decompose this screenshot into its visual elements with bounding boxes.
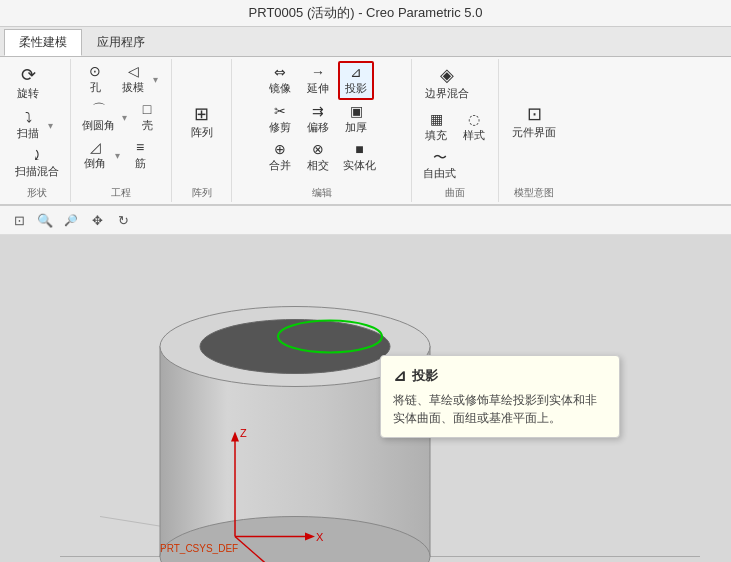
extend-icon: → (311, 65, 325, 79)
offset-icon: ⇉ (312, 104, 324, 118)
btn-draft[interactable]: ◁ 拔模 (115, 61, 151, 98)
ribbon-group-array: ⊞ 阵列 阵列 (172, 59, 232, 202)
svg-text:PRT_CSYS_DEF: PRT_CSYS_DEF (160, 543, 238, 554)
group-label-surface: 曲面 (445, 186, 465, 200)
scan-blend-icon: ⤸ (31, 148, 43, 162)
btn-thicken[interactable]: ▣ 加厚 (338, 101, 374, 138)
ribbon-group-shape: ⟳ 旋转 ⤵ 扫描 ▾ ⤸ 扫描混合 形状 (4, 59, 71, 202)
style-icon: ◌ (468, 112, 480, 126)
btn-pan[interactable]: ✥ (86, 209, 108, 231)
main-content: ⊡ 🔍 🔎 ✥ ↻ Z (0, 206, 731, 562)
ribbon-group-model-intent: ⊡ 元件界面 模型意图 (499, 59, 569, 202)
tab-bar: 柔性建模 应用程序 (0, 27, 731, 57)
btn-fill[interactable]: ▦ 填充 (418, 109, 454, 146)
shell-icon: □ (143, 102, 151, 116)
btn-hole[interactable]: ⊙ 孔 (77, 61, 113, 98)
btn-zoom-out[interactable]: 🔎 (60, 209, 82, 231)
btn-intersect[interactable]: ⊗ 相交 (300, 139, 336, 176)
thicken-icon: ▣ (350, 104, 363, 118)
btn-freestyle[interactable]: 〜 自由式 (418, 147, 461, 184)
merge-icon: ⊕ (274, 142, 286, 156)
tooltip-title: ⊿ 投影 (393, 366, 607, 385)
btn-rib[interactable]: ≡ 筋 (122, 137, 158, 174)
project-icon: ⊿ (350, 65, 362, 79)
btn-shell[interactable]: □ 壳 (129, 99, 165, 136)
title-text: PRT0005 (活动的) - Creo Parametric 5.0 (249, 5, 483, 20)
svg-text:Z: Z (240, 427, 247, 439)
solidify-icon: ■ (355, 142, 363, 156)
group-label-array: 阵列 (192, 186, 212, 200)
group-label-model-intent: 模型意图 (514, 186, 554, 200)
btn-round[interactable]: ⌒ 倒圆角 (77, 99, 120, 136)
fill-icon: ▦ (430, 112, 443, 126)
ribbon-group-surface: ◈ 边界混合 ▦ 填充 ◌ 样式 〜 自由式 (412, 59, 499, 202)
viewport[interactable]: Z X Y PRT_CSYS_DEF ⊿ (0, 235, 731, 562)
scan-icon: ⤵ (25, 110, 32, 124)
chamfer-icon: ◿ (90, 140, 101, 154)
component-interface-icon: ⊡ (527, 105, 542, 123)
mirror-icon: ⇔ (274, 65, 286, 79)
hole-icon: ⊙ (89, 64, 101, 78)
btn-rotate[interactable]: ⟳ 旋转 (10, 61, 46, 106)
tab-apps[interactable]: 应用程序 (82, 29, 160, 56)
tooltip-body: 将链、草绘或修饰草绘投影到实体和非实体曲面、面组或基准平面上。 (393, 391, 607, 427)
view-bar: ⊡ 🔍 🔎 ✥ ↻ (0, 206, 731, 235)
3d-view: Z X Y PRT_CSYS_DEF (0, 235, 731, 562)
btn-array[interactable]: ⊞ 阵列 (184, 100, 220, 145)
array-icon: ⊞ (194, 105, 209, 123)
btn-component-interface[interactable]: ⊡ 元件界面 (505, 100, 563, 145)
btn-boundary-blend[interactable]: ◈ 边界混合 (418, 61, 476, 106)
tooltip-icon: ⊿ (393, 366, 406, 385)
btn-offset[interactable]: ⇉ 偏移 (300, 101, 336, 138)
btn-scan-blend[interactable]: ⤸ 扫描混合 (10, 145, 64, 182)
intersect-icon: ⊗ (312, 142, 324, 156)
freestyle-icon: 〜 (433, 150, 447, 164)
svg-text:X: X (316, 531, 324, 543)
btn-style[interactable]: ◌ 样式 (456, 109, 492, 146)
group-label-edit: 编辑 (312, 186, 332, 200)
rib-icon: ≡ (136, 140, 144, 154)
group-label-shape: 形状 (27, 186, 47, 200)
btn-solidify[interactable]: ■ 实体化 (338, 139, 381, 176)
btn-zoom-in[interactable]: 🔍 (34, 209, 56, 231)
trim-icon: ✂ (274, 104, 286, 118)
title-bar: PRT0005 (活动的) - Creo Parametric 5.0 (0, 0, 731, 27)
btn-zoom-fit[interactable]: ⊡ (8, 209, 30, 231)
boundary-blend-icon: ◈ (440, 66, 454, 84)
group-label-engineering: 工程 (111, 186, 131, 200)
round-icon: ⌒ (92, 102, 106, 116)
ribbon-group-edit: ⇔ 镜像 → 延伸 ⊿ 投影 ✂ 修剪 ⇉ 偏移 (232, 59, 412, 202)
btn-extend[interactable]: → 延伸 (300, 62, 336, 99)
btn-trim[interactable]: ✂ 修剪 (262, 101, 298, 138)
tooltip-popup: ⊿ 投影 将链、草绘或修饰草绘投影到实体和非实体曲面、面组或基准平面上。 (380, 355, 620, 438)
svg-point-6 (200, 320, 390, 374)
btn-scan[interactable]: ⤵ 扫描 (10, 107, 46, 144)
draft-icon: ◁ (128, 64, 139, 78)
btn-rotate-view[interactable]: ↻ (112, 209, 134, 231)
btn-chamfer[interactable]: ◿ 倒角 (77, 137, 113, 174)
btn-merge[interactable]: ⊕ 合并 (262, 139, 298, 176)
btn-project[interactable]: ⊿ 投影 (338, 61, 374, 100)
btn-mirror[interactable]: ⇔ 镜像 (262, 62, 298, 99)
ribbon-group-engineering: ⊙ 孔 ◁ 拔模 ▾ ⌒ 倒圆角 ▾ □ 壳 (71, 59, 172, 202)
tab-flexible[interactable]: 柔性建模 (4, 29, 82, 56)
ribbon: ⟳ 旋转 ⤵ 扫描 ▾ ⤸ 扫描混合 形状 (0, 57, 731, 206)
rotate-icon: ⟳ (21, 66, 36, 84)
